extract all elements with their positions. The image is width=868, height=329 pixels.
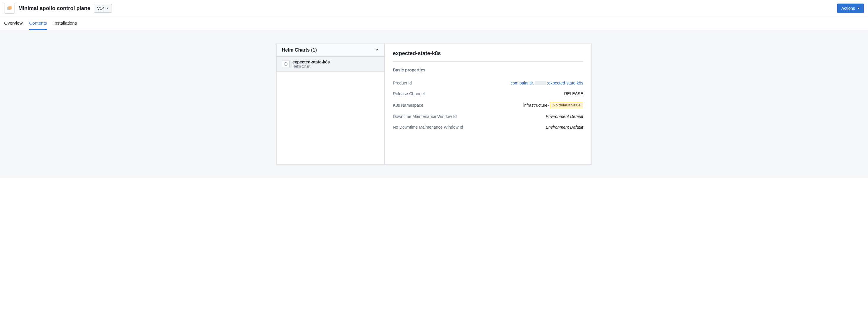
tab-installations[interactable]: Installations [54,17,77,30]
detail-panel: expected-state-k8s Basic properties Prod… [384,44,591,164]
prop-value-product-id[interactable]: com.palantir.:expected-state-k8s [510,81,583,85]
sidebar-item-text: expected-state-k8s Helm Chart [292,60,330,68]
caret-down-icon [106,8,108,9]
caret-down-icon [857,8,860,9]
header-left: Minimal apollo control plane V14 [4,3,112,13]
detail-title: expected-state-k8s [393,50,583,57]
sidebar-item-subtitle: Helm Chart [292,64,330,68]
page-title: Minimal apollo control plane [18,5,90,11]
prop-no-downtime-window: No Downtime Maintenance Window Id Enviro… [393,122,583,133]
sidebar-section-header[interactable]: Helm Charts (1) [277,44,384,57]
prop-value: Environment Default [546,114,583,119]
sidebar: Helm Charts (1) expected-state-k8s Helm … [277,44,384,164]
prop-label: K8s Namespace [393,103,423,108]
version-label: V14 [97,6,104,11]
svg-rect-1 [8,6,11,9]
version-selector[interactable]: V14 [94,4,112,13]
tab-overview[interactable]: Overview [4,17,23,30]
sidebar-item-title: expected-state-k8s [292,60,330,64]
actions-label: Actions [841,6,855,11]
prop-product-id: Product Id com.palantir.:expected-state-… [393,78,583,88]
prop-label: No Downtime Maintenance Window Id [393,125,463,130]
prop-downtime-window: Downtime Maintenance Window Id Environme… [393,111,583,122]
divider [393,61,583,62]
chevron-down-icon [375,48,379,53]
box-icon [6,5,13,11]
redacted-segment [535,81,547,85]
prop-release-channel: Release Channel RELEASE [393,88,583,99]
prop-value-namespace: infrastructure- No default value [523,102,583,108]
tab-contents[interactable]: Contents [29,17,47,30]
svg-point-3 [285,64,286,64]
tab-bar: Overview Contents Installations [0,17,868,30]
prop-value: RELEASE [564,91,583,96]
detail-section-title: Basic properties [393,67,583,72]
prop-label: Product Id [393,81,412,85]
page-header: Minimal apollo control plane V14 Actions [0,0,868,17]
helm-chart-icon [282,60,289,68]
prop-k8s-namespace: K8s Namespace infrastructure- No default… [393,99,583,111]
sidebar-section-title: Helm Charts (1) [282,48,317,53]
sidebar-item-expected-state-k8s[interactable]: expected-state-k8s Helm Chart [277,57,384,72]
prop-label: Release Channel [393,91,425,96]
product-icon [4,3,15,13]
actions-button[interactable]: Actions [837,4,864,13]
prop-value: Environment Default [546,125,583,130]
no-default-badge: No default value [550,102,583,108]
content-area: Helm Charts (1) expected-state-k8s Helm … [0,30,868,178]
content-panel: Helm Charts (1) expected-state-k8s Helm … [276,44,592,165]
prop-label: Downtime Maintenance Window Id [393,114,457,119]
